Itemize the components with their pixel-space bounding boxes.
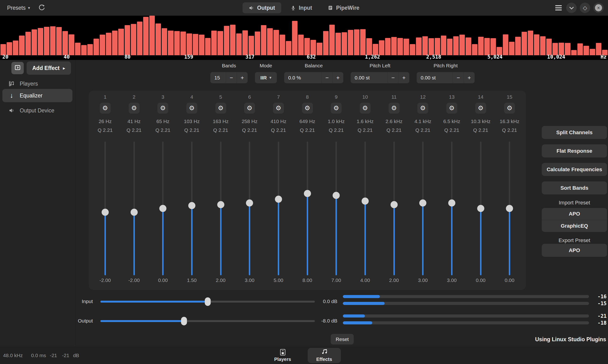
eq-band-column: 1⚙26 HzQ 2.21-2.00 [91, 91, 120, 290]
band-settings-button[interactable]: ⚙ [186, 103, 197, 114]
minimize-button[interactable] [566, 3, 577, 13]
reset-button[interactable]: Reset [331, 334, 354, 345]
slider-thumb[interactable] [246, 199, 253, 207]
sidebar-toggle-button[interactable] [11, 62, 24, 74]
band-settings-button[interactable]: ⚙ [446, 103, 457, 114]
sort-bands-button[interactable]: Sort Bands [542, 182, 607, 195]
pitch-right-decrement-button[interactable]: − [453, 72, 464, 83]
band-q-factor: Q 2.21 [126, 127, 141, 133]
tab-input[interactable]: Input [284, 2, 318, 13]
band-settings-button[interactable]: ⚙ [100, 103, 111, 114]
spectrum-bar [298, 35, 304, 55]
band-settings-button[interactable]: ⚙ [360, 103, 371, 114]
bands-value-field[interactable]: 15 [210, 75, 226, 81]
band-settings-button[interactable]: ⚙ [475, 103, 486, 114]
band-gain-slider[interactable] [159, 142, 167, 275]
sidebar-panel-icon [14, 64, 21, 72]
band-settings-button[interactable]: ⚙ [273, 103, 284, 114]
import-graphiceq-button[interactable]: GraphicEQ [542, 220, 607, 232]
calculate-frequencies-button[interactable]: Calculate Frequencies [542, 163, 607, 176]
spectrum-bar [199, 35, 204, 55]
band-gain-slider[interactable] [246, 142, 253, 275]
tab-pipewire[interactable]: PipeWire [322, 2, 366, 13]
slider-thumb[interactable] [131, 209, 138, 216]
tab-players[interactable]: Players [267, 348, 298, 363]
band-q-factor: Q 2.21 [242, 127, 257, 133]
slider-thumb[interactable] [181, 317, 187, 325]
slider-thumb[interactable] [102, 209, 109, 216]
tab-effects[interactable]: Effects [308, 348, 341, 363]
import-apo-button[interactable]: APO [542, 208, 607, 220]
slider-thumb[interactable] [477, 205, 484, 212]
band-gain-slider[interactable] [217, 142, 225, 275]
band-gain-slider[interactable] [390, 142, 398, 275]
flat-response-button[interactable]: Flat Response [542, 144, 607, 157]
band-gain-slider[interactable] [419, 142, 427, 275]
global-bypass-button[interactable] [38, 4, 46, 12]
band-gain-slider[interactable] [101, 142, 109, 275]
band-settings-button[interactable]: ⚙ [302, 103, 313, 114]
balance-increment-button[interactable]: + [333, 72, 343, 83]
band-gain-slider[interactable] [506, 142, 513, 275]
export-apo-button[interactable]: APO [542, 244, 607, 257]
band-settings-button[interactable]: ⚙ [129, 103, 139, 114]
add-effect-button[interactable]: Add Effect ▸ [27, 61, 71, 75]
eq-band-column: 11⚙2.6 kHzQ 2.212.00 [380, 91, 409, 290]
band-gain-slider[interactable] [361, 142, 369, 275]
presets-menu-button[interactable]: Presets ▾ [7, 3, 30, 13]
slider-thumb[interactable] [304, 190, 311, 197]
close-button[interactable]: ✕ [593, 3, 604, 13]
slider-thumb[interactable] [205, 297, 211, 306]
band-gain-slider[interactable] [332, 142, 340, 275]
band-settings-button[interactable]: ⚙ [504, 103, 515, 114]
pitch-right-value-field[interactable]: 0.00 st [417, 75, 453, 81]
spectrum-bar [534, 34, 539, 55]
slider-thumb[interactable] [506, 205, 513, 212]
slider-thumb[interactable] [217, 201, 224, 208]
slider-thumb[interactable] [159, 205, 166, 212]
slider-thumb[interactable] [188, 202, 195, 209]
sidebar-item-equalizer[interactable]: ↓ Equalizer [2, 89, 72, 102]
slider-thumb[interactable] [333, 192, 340, 199]
pitch-right-increment-button[interactable]: + [464, 72, 475, 83]
bands-increment-button[interactable]: + [237, 72, 248, 83]
spectrum-bar [553, 43, 558, 55]
slider-thumb[interactable] [361, 197, 369, 205]
band-settings-button[interactable]: ⚙ [389, 103, 400, 114]
pitch-left-decrement-button[interactable]: − [388, 72, 398, 83]
pitch-left-increment-button[interactable]: + [399, 72, 409, 83]
band-gain-slider[interactable] [275, 142, 282, 275]
slider-thumb[interactable] [448, 199, 455, 207]
split-channels-button[interactable]: Split Channels [542, 126, 607, 139]
band-gain-slider[interactable] [188, 142, 196, 275]
band-settings-button[interactable]: ⚙ [244, 103, 255, 114]
bands-decrement-button[interactable]: − [226, 72, 237, 83]
presets-label: Presets [7, 5, 26, 11]
slider-thumb[interactable] [390, 201, 398, 208]
band-settings-button[interactable]: ⚙ [157, 103, 168, 114]
tab-output[interactable]: Output [242, 2, 281, 13]
band-gain-slider[interactable] [477, 142, 484, 275]
output-gain-slider[interactable] [100, 320, 315, 322]
main-menu-button[interactable] [554, 3, 563, 13]
band-settings-button[interactable]: ⚙ [331, 103, 342, 114]
slider-thumb[interactable] [419, 199, 426, 207]
input-gain-slider[interactable] [100, 301, 315, 303]
band-settings-button[interactable]: ⚙ [215, 103, 226, 114]
sidebar-item-players[interactable]: Players [2, 77, 72, 90]
band-settings-button[interactable]: ⚙ [417, 103, 428, 114]
mode-dropdown[interactable]: IIR ▾ [255, 72, 277, 83]
spectrum-bar [100, 35, 105, 55]
band-q-factor: Q 2.21 [213, 127, 228, 133]
maximize-button[interactable]: ◇ [580, 3, 590, 13]
band-gain-slider[interactable] [304, 142, 311, 275]
band-gain-slider[interactable] [130, 142, 138, 275]
spectrum-bar [360, 29, 366, 55]
band-gain-slider[interactable] [448, 142, 456, 275]
balance-value-field[interactable]: 0.0 % [284, 75, 321, 81]
pitch-left-value-field[interactable]: 0.00 st [351, 75, 387, 81]
effects-sidebar: Add Effect ▸ Players ↓ Equalizer Output … [0, 60, 75, 347]
sidebar-item-output-device[interactable]: Output Device [2, 104, 72, 117]
slider-thumb[interactable] [275, 196, 282, 203]
balance-decrement-button[interactable]: − [322, 72, 332, 83]
